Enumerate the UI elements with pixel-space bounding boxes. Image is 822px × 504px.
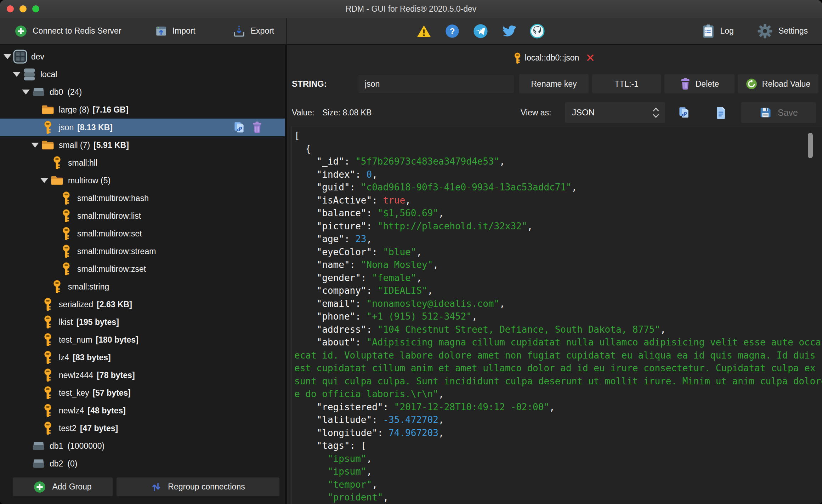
tree-item-newlz444[interactable]: newlz444[78 bytes]: [0, 366, 285, 384]
connect-to-redis-server-button[interactable]: Connect to Redis Server: [15, 25, 121, 37]
expander-icon[interactable]: [21, 90, 30, 94]
tree-item-db0[interactable]: db0(24): [0, 83, 285, 101]
add-group-button[interactable]: Add Group: [13, 477, 113, 496]
tree-item-db2[interactable]: db2(0): [0, 455, 285, 470]
expander-icon[interactable]: [12, 72, 21, 77]
editor-line: ecat id. Voluptate labore dolore amet no…: [294, 349, 822, 362]
tree-item-small-multirow-zset[interactable]: small:multirow:zset: [0, 260, 285, 278]
tree-item-label: small:multirow:list: [77, 211, 141, 221]
close-tab-icon[interactable]: [585, 53, 595, 63]
tree-item-size: [195 bytes]: [76, 317, 119, 327]
tree-item-small-7[interactable]: small (7)[5.91 KB]: [0, 136, 285, 154]
tree-item-label: dev: [31, 52, 44, 62]
tree-item-label: multirow (5): [68, 176, 110, 185]
delete-label: Delete: [696, 79, 719, 89]
editor-line: "company": "IDEALIS",: [294, 284, 822, 297]
tree-item-test-num[interactable]: test_num[180 bytes]: [0, 331, 285, 349]
tree-item-multirow-5[interactable]: multirow (5): [0, 172, 285, 189]
help-icon[interactable]: ?: [445, 24, 460, 39]
editor-line: "guid": "c0ad9618-90f3-41e0-9934-13ac53a…: [294, 181, 822, 194]
key-icon: [59, 244, 74, 259]
export-button[interactable]: Export: [233, 25, 274, 37]
open-value-text-button[interactable]: [713, 104, 729, 121]
expander-icon[interactable]: [40, 178, 49, 183]
tree-item-test2[interactable]: test2[47 bytes]: [0, 419, 285, 437]
rename-key-button[interactable]: Rename key: [519, 74, 589, 93]
tree-item-lz4[interactable]: lz4[83 bytes]: [0, 349, 285, 366]
expander-icon[interactable]: [30, 143, 40, 148]
trash-icon[interactable]: [252, 121, 262, 133]
tree-item-lkist[interactable]: lkist[195 bytes]: [0, 313, 285, 331]
value-panel: local::db0::json STRING: Rename key TTL:…: [287, 45, 822, 504]
telegram-icon[interactable]: [473, 24, 488, 39]
tree-item-large-8[interactable]: large (8)[7.16 GB]: [0, 101, 285, 119]
reload-label: Reload Value: [762, 79, 810, 89]
ttl-button[interactable]: TTL:-1: [592, 74, 661, 93]
tree-item-count: (0): [67, 459, 77, 469]
tree-item-newlz4[interactable]: newlz4[48 bytes]: [0, 402, 285, 419]
save-button[interactable]: Save: [741, 102, 816, 123]
folder-icon: [40, 102, 55, 118]
editor-line: "age": 23,: [294, 233, 822, 246]
tree-item-small-string[interactable]: small:string: [0, 278, 285, 296]
import-button[interactable]: Import: [155, 25, 195, 37]
editor-line: "eyeColor": "blue",: [294, 246, 822, 259]
log-button[interactable]: Log: [702, 24, 734, 38]
add-connection-icon: [15, 25, 27, 37]
regroup-connections-button[interactable]: Regroup connections: [117, 477, 279, 496]
delete-key-button[interactable]: Delete: [664, 74, 735, 93]
key-icon: [40, 350, 55, 365]
format-select[interactable]: JSON: [565, 102, 665, 123]
tree-item-test-key[interactable]: test_key[57 bytes]: [0, 384, 285, 402]
tree-item-label: local: [40, 70, 57, 79]
warning-icon[interactable]: [416, 24, 431, 39]
window-title: RDM - GUI for Redis® 2020.5.0-dev: [0, 0, 822, 18]
expander-icon[interactable]: [3, 54, 12, 59]
minimize-window-button[interactable]: [19, 5, 27, 12]
row-actions: [233, 121, 262, 134]
twitter-icon[interactable]: [501, 24, 516, 39]
key-type-label: STRING:: [292, 74, 327, 94]
key-icon: [40, 403, 55, 418]
key-icon: [40, 367, 55, 383]
floppy-disk-icon: [759, 107, 771, 119]
connections-tree: devlocaldb0(24)large (8)[7.16 GB]json[8.…: [0, 45, 285, 470]
database-icon: [31, 84, 46, 100]
copy-link-icon[interactable]: [233, 121, 245, 134]
tab-local-db0-json[interactable]: local::db0::json: [514, 52, 595, 64]
database-icon: [31, 456, 46, 470]
tree-item-local[interactable]: local: [0, 65, 285, 83]
save-label: Save: [778, 108, 798, 118]
zoom-window-button[interactable]: [32, 5, 39, 12]
editor-line: "isActive": true,: [294, 194, 822, 207]
tree-item-dev[interactable]: dev: [0, 48, 285, 65]
tree-item-json[interactable]: json[8.13 KB]: [0, 119, 285, 136]
tree-item-db1[interactable]: db1(1000000): [0, 437, 285, 455]
tree-item-small-multirow-hash[interactable]: small:multirow:hash: [0, 189, 285, 207]
editor-line: "tags": [: [294, 439, 822, 452]
reload-value-button[interactable]: Reload Value: [738, 74, 818, 93]
settings-button[interactable]: Settings: [757, 23, 808, 39]
tree-item-small-hll[interactable]: small:hll: [0, 154, 285, 172]
value-editor[interactable]: [ { "_id": "5f7b26973c483ea3479d4e53", "…: [291, 127, 822, 504]
tree-item-label: db0: [50, 87, 63, 97]
tree-item-small-multirow-stream[interactable]: small:multirow:stream: [0, 242, 285, 260]
tree-item-serialized[interactable]: serialized[2.63 KB]: [0, 296, 285, 313]
editor-line: "about": "Adipisicing magna cillum cupid…: [294, 336, 822, 349]
title-bar: RDM - GUI for Redis® 2020.5.0-dev: [0, 0, 822, 18]
view-as-label: View as:: [521, 102, 551, 123]
github-icon[interactable]: [530, 24, 545, 39]
tab-title: local::db0::json: [525, 53, 579, 63]
tree-item-small-multirow-set[interactable]: small:multirow:set: [0, 225, 285, 242]
editor-scrollbar[interactable]: [808, 133, 813, 158]
trash-icon: [680, 78, 691, 90]
key-name-input[interactable]: [358, 74, 514, 93]
tree-item-label: small (7): [59, 141, 90, 150]
editor-line: e do officia laboris.\r\n",: [294, 388, 822, 401]
tree-item-size: [7.16 GB]: [93, 105, 129, 115]
close-window-button[interactable]: [7, 5, 14, 12]
tree-item-label: small:multirow:zset: [77, 264, 146, 274]
open-value-external-button[interactable]: [676, 104, 692, 121]
tree-item-small-multirow-list[interactable]: small:multirow:list: [0, 207, 285, 225]
add-group-label: Add Group: [52, 482, 91, 492]
